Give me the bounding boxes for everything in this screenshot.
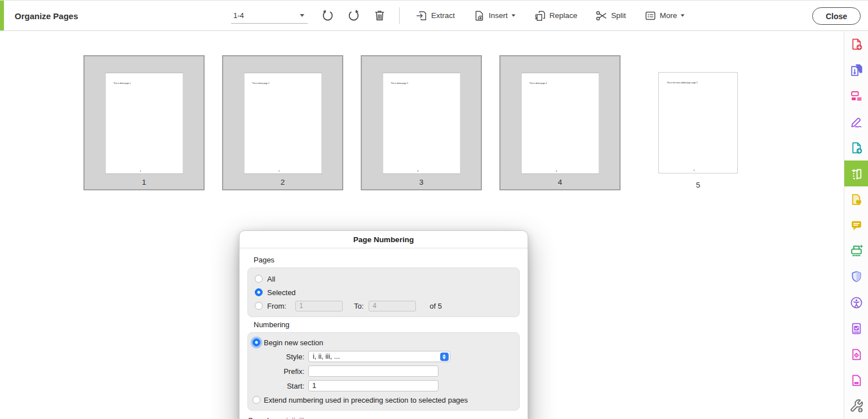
sample-value: i, ii, iii, ...: [286, 416, 315, 419]
dialog-header[interactable]: Page Numbering: [240, 231, 528, 248]
start-input[interactable]: [308, 380, 439, 391]
prefix-input[interactable]: [308, 365, 439, 377]
replace-label: Replace: [550, 11, 578, 20]
radio-from[interactable]: [255, 302, 263, 310]
style-value: i, ii, iii, ...: [309, 353, 440, 360]
from-input: [295, 301, 343, 311]
page-body-text: This is demo page 3: [391, 82, 460, 84]
sidebar-item-scan-ocr[interactable]: [844, 238, 868, 264]
radio-row-all[interactable]: All: [255, 272, 512, 286]
sidebar-item-organize-pages[interactable]: [844, 161, 868, 186]
page-title: Organize Pages: [15, 11, 78, 20]
sidebar-item-create-pdf[interactable]: [844, 32, 868, 57]
printed-page-number: 1: [105, 170, 175, 172]
more-label: More: [660, 11, 677, 20]
style-select[interactable]: i, ii, iii, ...: [308, 351, 450, 362]
sidebar-item-redact[interactable]: [844, 367, 868, 393]
numbering-group-panel: Begin new section Style: i, ii, iii, ...…: [247, 332, 520, 411]
chevron-down-icon: [511, 14, 515, 16]
of-total-label: of 5: [429, 302, 442, 310]
sidebar-item-accessibility[interactable]: [844, 290, 868, 316]
radio-begin-new-section[interactable]: [253, 338, 260, 346]
page-thumbnail-1[interactable]: This is demo page 1 1 1: [83, 55, 205, 190]
page-thumbnail-3[interactable]: This is demo page 3 3 3: [361, 55, 482, 190]
page-body-text: This is demo page 2: [252, 82, 322, 84]
sidebar-item-fill-sign[interactable]: [844, 109, 868, 135]
radio-selected-label: Selected: [267, 288, 296, 297]
edit-pdf-icon: [849, 89, 863, 103]
printed-page-number: 3: [383, 170, 452, 172]
sidebar-item-export-pdf[interactable]: [844, 57, 868, 83]
sidebar-item-compress-pdf[interactable]: [844, 341, 868, 367]
toolbar: Organize Pages 1-4: [0, 0, 868, 31]
compress-pdf-icon: [849, 347, 863, 362]
radio-row-selected[interactable]: Selected: [255, 286, 512, 299]
thumbnail-label: 4: [501, 178, 619, 186]
printed-page-number: 4: [521, 170, 591, 172]
sidebar-item-edit-pdf[interactable]: [844, 83, 868, 109]
insert-label: Insert: [489, 11, 508, 20]
thumbnail-label: 1: [85, 178, 203, 186]
rotate-ccw-icon: [321, 9, 334, 22]
page-body-text: This is demo page 4: [529, 82, 599, 84]
radio-row-from[interactable]: From: To: of 5: [255, 299, 512, 313]
sidebar-item-send-file[interactable]: [844, 135, 868, 161]
sidebar-item-protect[interactable]: [844, 264, 868, 290]
numbering-group-label: Numbering: [254, 320, 520, 329]
sidebar-item-comment[interactable]: [844, 212, 868, 238]
rotate-left-button[interactable]: [317, 5, 338, 26]
radio-all[interactable]: [255, 275, 263, 283]
extract-label: Extract: [431, 11, 455, 20]
close-button[interactable]: Close: [812, 7, 861, 25]
radio-selected[interactable]: [255, 288, 263, 296]
page-preview: This is demo page 4 4: [521, 73, 599, 174]
pages-group-panel: All Selected From: To: of 5: [247, 268, 520, 317]
thumbnail-label: 5: [658, 181, 738, 189]
insert-button[interactable]: Insert: [466, 5, 522, 26]
extend-label: Extend numbering used in preceding secti…: [264, 396, 468, 404]
rotate-cw-icon: [347, 9, 360, 22]
more-button[interactable]: More: [637, 5, 692, 26]
sidebar-item-document-comment[interactable]: [844, 186, 868, 212]
extract-button[interactable]: Extract: [409, 5, 462, 26]
page-preview: This is demo page 3 3: [382, 73, 460, 174]
replace-button[interactable]: Replace: [527, 5, 584, 26]
dialog-title: Page Numbering: [353, 235, 414, 244]
delete-pages-button[interactable]: [369, 5, 390, 26]
document-comment-icon: [849, 193, 863, 207]
accent-strip: [0, 1, 4, 30]
pages-canvas: This is demo page 1 1 1 This is demo pag…: [0, 32, 844, 419]
select-stepper-icon: [440, 353, 449, 361]
sample-label: Sample:: [248, 416, 275, 419]
style-label: Style:: [268, 353, 304, 361]
sidebar-item-more-tools[interactable]: [844, 393, 868, 419]
printed-page-number: 5: [659, 170, 729, 172]
to-input: [369, 301, 416, 311]
begin-section-label: Begin new section: [264, 338, 324, 347]
page-preview: This is demo page 1 1: [105, 73, 183, 174]
toolbar-divider: [399, 7, 400, 24]
replace-page-icon: [534, 10, 546, 22]
radio-row-begin[interactable]: Begin new section: [253, 336, 512, 349]
scissors-icon: [595, 10, 608, 22]
page-range-dropdown[interactable]: 1-4: [231, 8, 308, 24]
page-range-value: 1-4: [231, 11, 300, 20]
export-pdf-icon: [849, 63, 863, 77]
create-pdf-icon: [849, 37, 863, 51]
radio-row-extend[interactable]: Extend numbering used in preceding secti…: [253, 393, 512, 407]
page-thumbnail-4[interactable]: This is demo page 4 4 4: [499, 55, 621, 190]
rotate-right-button[interactable]: [343, 5, 364, 26]
radio-extend-numbering[interactable]: [253, 396, 260, 404]
page-thumbnail-5[interactable]: This is the extra added page, page 5 5: [658, 72, 738, 173]
sidebar-item-prepare-form[interactable]: [844, 315, 868, 341]
thumbnail-label: 2: [223, 178, 342, 186]
thumbnail-label: 3: [362, 178, 481, 186]
more-tools-wrench-icon: [849, 399, 863, 413]
page-thumbnail-2[interactable]: This is demo page 2 2 2: [222, 55, 343, 190]
trash-icon: [373, 9, 386, 22]
split-button[interactable]: Split: [588, 5, 632, 26]
send-file-icon: [849, 141, 863, 155]
comment-icon: [849, 218, 863, 232]
to-label: To:: [354, 302, 364, 310]
split-label: Split: [611, 11, 626, 20]
